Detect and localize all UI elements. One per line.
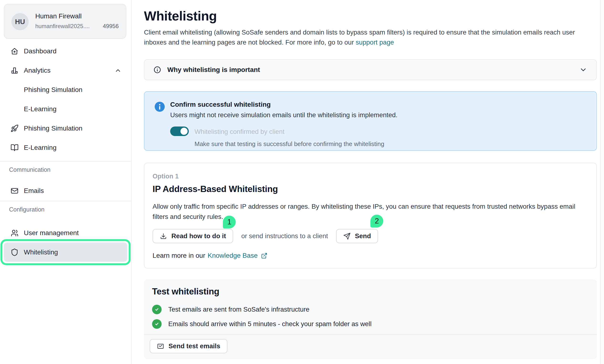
sidebar-item-analytics[interactable]: Analytics: [0, 61, 131, 80]
read-button-label: Read how to do it: [171, 232, 226, 240]
send-test-emails-label: Send test emails: [168, 342, 220, 350]
option1-kicker: Option 1: [152, 173, 179, 180]
account-domain: humanfirewall2025....: [35, 23, 90, 30]
vertical-scrollbar[interactable]: [600, 0, 604, 364]
test-check-item: Test emails are sent from SoSafe's infra…: [152, 305, 309, 314]
page-title: Whitelisting: [144, 9, 597, 24]
read-how-to-do-it-button[interactable]: Read how to do it: [152, 229, 233, 243]
intro-paragraph: Client email whitelisting (allowing SoSa…: [144, 27, 597, 48]
option1-actions: Read how to do it or send instructions t…: [152, 229, 378, 243]
learn-more-text: Learn more in our: [152, 252, 205, 259]
check-circle-icon: [152, 319, 162, 329]
test-whitelisting-card: Test whitelisting Test emails are sent f…: [144, 279, 597, 359]
main-content: Whitelisting Client email whitelisting (…: [144, 0, 597, 359]
annotation-badge-1: 1: [223, 216, 236, 229]
or-send-instructions-text: or send instructions to a client: [241, 232, 328, 240]
support-page-link[interactable]: support page: [356, 39, 394, 46]
sidebar-item-elearning[interactable]: E-Learning: [0, 138, 131, 157]
home-icon: [11, 47, 19, 55]
mail-icon: [11, 187, 19, 195]
sidebar-item-analytics-elearning[interactable]: E-Learning: [0, 99, 131, 119]
users-icon: [11, 229, 19, 237]
option1-card: Option 1 IP Address-Based Whitelisting A…: [144, 163, 597, 268]
sidebar-section-communication: Communication: [0, 165, 131, 174]
option1-body: Allow only traffic from specific IP addr…: [152, 201, 582, 222]
sidebar-item-label: Emails: [24, 187, 44, 195]
option1-title: IP Address-Based Whitelisting: [152, 184, 278, 194]
sidebar-item-label: Phishing Simulation: [24, 86, 82, 94]
avatar-initials: HU: [15, 18, 25, 26]
whitelisting-confirmed-toggle[interactable]: [170, 126, 189, 136]
sidebar-section-configuration: Configuration: [0, 205, 131, 214]
learn-more-line: Learn more in our Knowledge Base: [152, 252, 267, 259]
sidebar-item-label: E-Learning: [24, 105, 56, 113]
mail-check-icon: [157, 342, 164, 350]
annotation-badge-2: 2: [370, 215, 383, 228]
sidebar-divider: [0, 201, 131, 201]
send-button[interactable]: Send: [336, 229, 378, 243]
sidebar-item-emails[interactable]: Emails: [0, 181, 131, 200]
check-circle-icon: [152, 305, 162, 314]
send-plane-icon: [343, 232, 351, 240]
info-icon: [153, 66, 161, 74]
send-button-label: Send: [355, 232, 371, 240]
notice-title: Confirm successful whitelisting: [170, 101, 271, 108]
send-test-emails-button[interactable]: Send test emails: [150, 339, 227, 353]
sidebar-nav: Dashboard Analytics Phishing Simulation …: [0, 41, 131, 262]
sidebar-item-label: E-Learning: [24, 144, 56, 152]
account-card[interactable]: HU Human Firewall humanfirewall2025.... …: [4, 4, 126, 39]
toggle-hint: Make sure that testing is successful bef…: [194, 140, 384, 148]
why-whitelisting-accordion[interactable]: Why whitelisting is important: [144, 59, 597, 80]
sidebar-item-label: User management: [24, 229, 79, 237]
avatar: HU: [12, 13, 29, 30]
toggle-knob: [180, 128, 188, 135]
test-whitelisting-title: Test whitelisting: [152, 287, 219, 297]
shield-icon: [11, 248, 19, 256]
sidebar-item-phishing-simulation[interactable]: Phishing Simulation: [0, 119, 131, 138]
sidebar-item-label: Analytics: [24, 67, 50, 74]
toggle-label: Whitelisting confirmed by client: [194, 128, 285, 135]
accordion-title: Why whitelisting is important: [167, 66, 260, 74]
sidebar: HU Human Firewall humanfirewall2025.... …: [0, 0, 132, 364]
rocket-icon: [11, 124, 19, 133]
knowledge-base-link[interactable]: Knowledge Base: [208, 252, 258, 259]
test-check-text: Test emails are sent from SoSafe's infra…: [168, 306, 309, 313]
sidebar-item-label: Whitelisting: [24, 248, 58, 256]
book-open-icon: [11, 144, 19, 152]
chevron-up-icon[interactable]: [114, 67, 122, 74]
bar-chart-icon: [11, 66, 19, 74]
sidebar-item-whitelisting[interactable]: Whitelisting: [4, 243, 127, 262]
sidebar-item-dashboard[interactable]: Dashboard: [0, 41, 131, 61]
sidebar-item-label: Dashboard: [24, 48, 56, 55]
test-check-item: Emails should arrive within 5 minutes - …: [152, 319, 372, 329]
sidebar-divider: [0, 161, 131, 161]
account-id: 49956: [103, 23, 119, 30]
chevron-down-icon[interactable]: [579, 66, 587, 74]
download-icon: [160, 232, 167, 240]
notice-body: Users might not receive simulation email…: [170, 111, 398, 119]
info-filled-icon: [154, 101, 165, 112]
external-link-icon[interactable]: [261, 253, 267, 259]
divider: [144, 334, 597, 335]
confirm-whitelisting-notice: Confirm successful whitelisting Users mi…: [144, 91, 597, 151]
test-check-text: Emails should arrive within 5 minutes - …: [168, 320, 372, 328]
sidebar-item-user-management[interactable]: User management: [0, 223, 131, 243]
sidebar-item-label: Phishing Simulation: [24, 125, 82, 132]
sidebar-item-analytics-phishing-simulation[interactable]: Phishing Simulation: [0, 80, 131, 99]
account-name: Human Firewall: [35, 12, 82, 20]
